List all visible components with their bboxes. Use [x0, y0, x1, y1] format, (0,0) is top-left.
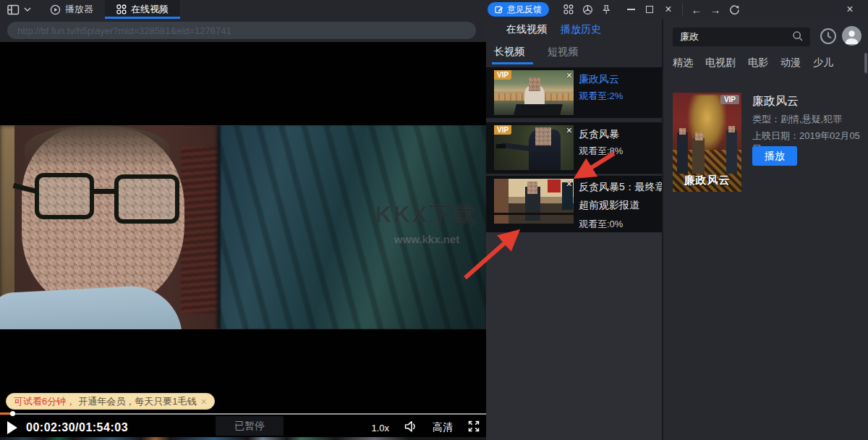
refresh-icon	[729, 4, 740, 15]
category-featured[interactable]: 精选	[673, 56, 693, 69]
tab-online-video[interactable]: 在线视频	[105, 0, 180, 19]
edit-icon	[495, 5, 503, 14]
item-watched: 观看至:0%	[579, 218, 623, 231]
fullscreen-icon	[467, 420, 480, 433]
thumb-art	[494, 179, 509, 224]
remove-item-icon[interactable]: ×	[566, 125, 572, 136]
steering-wheel-icon	[582, 4, 593, 15]
url-bar	[0, 19, 486, 42]
clock-icon	[819, 27, 838, 46]
list-item-thumbnail[interactable]: VIP ×	[494, 125, 574, 170]
toast-close-icon[interactable]: ×	[200, 396, 206, 407]
player-controls: 00:02:30/01:54:03 1.0x 高清	[0, 415, 486, 440]
vip-badge: VIP	[494, 125, 511, 135]
player-window: 播放器 在线视频 意见反馈	[0, 0, 868, 440]
grid-icon	[116, 4, 127, 14]
history-button[interactable]	[819, 27, 838, 48]
nav-back-button[interactable]: ←	[687, 0, 706, 19]
subtab-long-video[interactable]: 长视频	[494, 46, 524, 59]
avatar[interactable]	[842, 26, 861, 46]
search-input[interactable]	[673, 28, 810, 46]
list-item-lianzheng[interactable]: VIP × 廉政风云 观看至:2%	[486, 67, 662, 118]
play-triangle-icon	[7, 421, 18, 434]
film-grid-icon	[7, 4, 20, 15]
maximize-button[interactable]	[640, 0, 659, 19]
movie-genre: 类型：剧情,悬疑,犯罪	[752, 113, 842, 126]
feedback-label: 意见反馈	[507, 4, 542, 16]
poster-caption: 廉政风云	[673, 174, 741, 187]
item-watched: 观看至:2%	[579, 90, 623, 103]
time-display: 00:02:30/01:54:03	[26, 421, 128, 434]
play-circle-icon	[50, 4, 61, 15]
poster-figure	[677, 132, 688, 174]
list-item-fantan[interactable]: VIP × 反贪风暴 观看至:8%	[486, 122, 662, 174]
category-tv[interactable]: 电视剧	[705, 56, 736, 69]
tab-player-label: 播放器	[65, 3, 93, 16]
apps-grid-button[interactable]	[559, 0, 578, 19]
minimize-button[interactable]	[621, 0, 640, 19]
quality-control[interactable]: 高清	[433, 421, 453, 434]
sidebar-tab-online[interactable]: 在线视频	[506, 23, 547, 36]
browser-panel: 精选 电视剧 电影 动漫 少儿 VIP 廉政风云 廉政风云 类型：剧情,悬疑,犯…	[662, 19, 868, 440]
category-nav: 精选 电视剧 电影 动漫 少儿	[673, 56, 833, 69]
item-watched: 观看至:8%	[579, 145, 623, 158]
minimize-icon	[627, 9, 635, 10]
scene-jacket	[221, 125, 486, 329]
playlist-panel-lower	[486, 232, 662, 440]
play-button[interactable]	[7, 421, 19, 434]
tab-player[interactable]: 播放器	[38, 0, 105, 19]
toast-text: 开通年会员，每天只要1毛钱	[78, 395, 196, 408]
panel-close-icon: ×	[846, 4, 853, 15]
speed-control[interactable]: 1.0x	[371, 423, 389, 433]
item-title[interactable]: 反贪风暴	[579, 128, 619, 141]
nav-refresh-button[interactable]	[725, 0, 744, 19]
item-title[interactable]: 反贪风暴5：最终章	[579, 181, 665, 194]
glasses-bridge	[93, 189, 116, 194]
title-bar: 播放器 在线视频 意见反馈	[0, 0, 868, 19]
back-icon: ←	[692, 4, 702, 16]
category-movie[interactable]: 电影	[748, 56, 768, 69]
close-window-button[interactable]: ×	[659, 0, 678, 19]
toast-highlight: 可试看6分钟，	[14, 395, 75, 408]
sidebar-tab-history[interactable]: 播放历史	[561, 23, 601, 36]
list-item-thumbnail[interactable]: VIP ×	[494, 70, 574, 115]
thumb-art	[494, 213, 574, 214]
app-menu[interactable]	[0, 0, 38, 19]
pin-button[interactable]	[597, 0, 616, 19]
fullscreen-button[interactable]	[467, 420, 480, 436]
list-item-fantan5[interactable]: × 反贪风暴5：最终章 超前观影报道 观看至:0%	[486, 176, 662, 232]
url-input[interactable]	[7, 22, 476, 39]
playlist-panel: 在线视频 播放历史 长视频 短视频 VIP × 廉政风云 观看至:2%	[486, 19, 662, 440]
glasses-left-lens	[35, 173, 94, 219]
thumb-art	[496, 144, 506, 148]
pixelated-face	[529, 77, 540, 91]
thumb-art	[548, 179, 561, 192]
list-item-thumbnail[interactable]: ×	[494, 179, 574, 224]
video-area[interactable]: KKX下载 www.kkx.net 可试看6分钟， 开通年会员，每天只要1毛钱 …	[0, 42, 486, 440]
feedback-button[interactable]: 意见反馈	[488, 2, 549, 17]
movie-play-button[interactable]: 播放	[752, 146, 797, 166]
player-pane: KKX下载 www.kkx.net 可试看6分钟， 开通年会员，每天只要1毛钱 …	[0, 19, 486, 440]
item-subtitle: 超前观影报道	[579, 199, 639, 212]
remove-item-icon[interactable]: ×	[566, 70, 572, 81]
poster-vip-badge: VIP	[720, 95, 739, 104]
volume-button[interactable]	[404, 420, 418, 436]
category-kids[interactable]: 少儿	[813, 56, 833, 69]
poster-figure	[692, 138, 705, 174]
speaker-icon	[404, 420, 418, 433]
nav-forward-button[interactable]: →	[706, 0, 725, 19]
search-icon[interactable]	[792, 30, 804, 45]
category-anime[interactable]: 动漫	[780, 56, 801, 69]
scrollbar-thumb[interactable]	[864, 53, 867, 73]
panel-close-button[interactable]: ×	[841, 0, 859, 19]
vip-badge: VIP	[494, 70, 511, 80]
close-icon: ×	[665, 4, 671, 15]
movie-poster[interactable]: VIP 廉政风云	[673, 93, 741, 192]
subtab-short-video[interactable]: 短视频	[548, 46, 578, 59]
trial-toast: 可试看6分钟， 开通年会员，每天只要1毛钱 ×	[6, 393, 215, 410]
item-title[interactable]: 廉政风云	[579, 73, 619, 86]
apps-grid-icon	[563, 4, 574, 14]
remove-item-icon[interactable]: ×	[566, 179, 572, 190]
wheel-button[interactable]	[578, 0, 597, 19]
thumb-art	[514, 104, 563, 115]
